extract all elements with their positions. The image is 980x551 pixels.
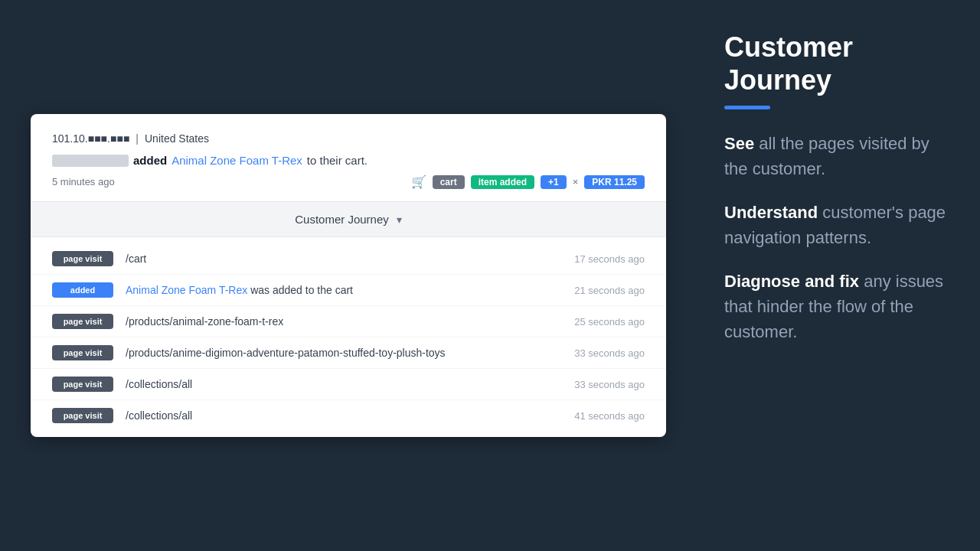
badge-page-visit-6: page visit (52, 408, 113, 423)
badge-page-visit-3: page visit (52, 314, 113, 329)
country: United States (145, 132, 209, 145)
panel-section-1: See all the pages visited by the custome… (724, 131, 952, 181)
item-content-2: Animal Zone Foam T-Rex was added to the … (126, 284, 562, 296)
item-content-4: /products/anime-digimon-adventure-patamo… (126, 347, 562, 359)
item-time-4: 33 seconds ago (574, 347, 645, 359)
badge-page-visit-4: page visit (52, 345, 113, 360)
action-suffix: to their cart. (307, 154, 368, 167)
card-header: 101.10.■■■.■■■ | United States added Ani… (31, 114, 666, 202)
times-symbol: × (573, 176, 579, 187)
badge-page-visit-1: page visit (52, 251, 113, 266)
journey-item: page visit /collections/all 33 seconds a… (31, 369, 666, 400)
user-redacted (52, 155, 129, 167)
panel-title: Customer Journey (724, 31, 952, 96)
item-time-2: 21 seconds ago (574, 285, 645, 296)
separator: | (136, 132, 139, 145)
journey-bar-label: Customer Journey (295, 213, 389, 226)
badge-added-1: added (52, 282, 113, 298)
journey-bar[interactable]: Customer Journey ▾ (31, 202, 666, 237)
chevron-down-icon: ▾ (397, 214, 402, 226)
item-time-5: 33 seconds ago (574, 379, 645, 390)
panel-text-1: See all the pages visited by the custome… (724, 131, 952, 181)
item-time-3: 25 seconds ago (574, 316, 645, 328)
journey-item: page visit /products/animal-zone-foam-t-… (31, 306, 666, 337)
journey-item: added Animal Zone Foam T-Rex was added t… (31, 275, 666, 306)
action-verb: added (133, 154, 167, 167)
badge-cart: cart (433, 175, 465, 189)
added-product-link[interactable]: Animal Zone Foam T-Rex (126, 284, 247, 296)
journey-items-list: page visit /cart 17 seconds ago added An… (31, 237, 666, 437)
badge-item-added: item added (471, 175, 534, 189)
panel-section-3: Diagnose and fix any issues that hinder … (724, 269, 952, 344)
item-content-5: /collections/all (126, 378, 562, 390)
panel-text-2: Understand customer's page navigation pa… (724, 200, 952, 250)
panel-strong-1: See (724, 134, 754, 153)
right-panel: Customer Journey See all the pages visit… (697, 0, 980, 551)
item-time-1: 17 seconds ago (574, 253, 645, 265)
journey-item: page visit /products/anime-digimon-adven… (31, 337, 666, 369)
item-content-6: /collections/all (126, 409, 562, 422)
panel-section-2: Understand customer's page navigation pa… (724, 200, 952, 250)
time-ago: 5 minutes ago (52, 176, 405, 187)
ip-line: 101.10.■■■.■■■ | United States (52, 132, 645, 145)
badge-plus: +1 (541, 175, 567, 189)
accent-bar (724, 106, 770, 109)
journey-item: page visit /collections/all 41 seconds a… (31, 400, 666, 431)
price-badge: PKR 11.25 (584, 175, 645, 189)
meta-line: 5 minutes ago 🛒 cart item added +1 × PKR… (52, 174, 645, 189)
left-panel: 101.10.■■■.■■■ | United States added Ani… (0, 0, 697, 551)
panel-strong-3: Diagnose and fix (724, 272, 859, 291)
product-link[interactable]: Animal Zone Foam T-Rex (172, 154, 302, 167)
item-time-6: 41 seconds ago (574, 410, 645, 422)
action-line: added Animal Zone Foam T-Rex to their ca… (52, 154, 645, 167)
cart-icon: 🛒 (411, 174, 426, 189)
panel-text-3: Diagnose and fix any issues that hinder … (724, 269, 952, 344)
item-content-1: /cart (126, 253, 562, 265)
ip-address: 101.10.■■■.■■■ (52, 132, 129, 145)
item-content-3: /products/animal-zone-foam-t-rex (126, 315, 562, 328)
journey-item: page visit /cart 17 seconds ago (31, 243, 666, 275)
panel-strong-2: Understand (724, 203, 818, 222)
badge-page-visit-5: page visit (52, 377, 113, 392)
activity-card: 101.10.■■■.■■■ | United States added Ani… (31, 114, 666, 437)
